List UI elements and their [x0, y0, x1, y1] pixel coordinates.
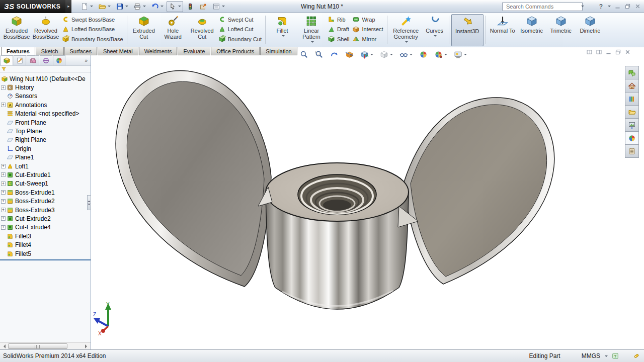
- expand-toggle[interactable]: +: [1, 225, 6, 230]
- trimetric-button[interactable]: Trimetric: [546, 14, 576, 34]
- tab-features[interactable]: Features: [1, 47, 35, 55]
- search-commands-box[interactable]: [502, 2, 583, 11]
- tree-item-top-plane[interactable]: Top Plane: [0, 127, 91, 135]
- tree-item-boss-extrude3[interactable]: +Boss-Extrude3: [0, 206, 91, 214]
- intersect-button[interactable]: Intersect: [352, 25, 383, 34]
- new-document-button[interactable]: [78, 1, 95, 12]
- wing-nut-model[interactable]: [91, 55, 644, 349]
- tree-filter-row[interactable]: [0, 66, 91, 73]
- expand-toggle[interactable]: +: [1, 164, 6, 168]
- graphics-area[interactable]: Y Z X: [91, 55, 644, 349]
- units-caret[interactable]: [605, 355, 608, 358]
- instant3d-button[interactable]: Instant3D: [451, 14, 484, 46]
- tree-item-fillet3[interactable]: Fillet3: [0, 232, 91, 240]
- open-document-button[interactable]: [96, 1, 113, 12]
- expand-toggle[interactable]: +: [1, 190, 6, 195]
- menu-flyout-arrow[interactable]: ▸: [65, 0, 71, 13]
- boundary-boss-base-button[interactable]: Boundary Boss/Base: [62, 35, 123, 43]
- select-caret[interactable]: [178, 6, 181, 9]
- undo-caret[interactable]: [160, 6, 164, 9]
- custom-properties-button[interactable]: [625, 144, 639, 158]
- scroll-left-arrow[interactable]: [2, 344, 6, 348]
- view-settings-caret[interactable]: [464, 54, 467, 57]
- options-window-button[interactable]: [210, 1, 227, 12]
- expand-toggle[interactable]: +: [1, 199, 6, 204]
- tree-item-front-plane[interactable]: Front Plane: [0, 118, 91, 127]
- view-palette-button[interactable]: [625, 118, 639, 132]
- file-properties-button[interactable]: [197, 1, 209, 12]
- reference-geometry-button[interactable]: Reference Geometry: [389, 14, 423, 44]
- extruded-boss-base-button[interactable]: Extruded Boss/Base: [2, 14, 31, 40]
- close-button[interactable]: [634, 3, 641, 10]
- solidworks-resources-button[interactable]: [625, 79, 639, 93]
- revolved-cut-button[interactable]: Revolved Cut: [188, 14, 217, 40]
- expand-toggle[interactable]: +: [1, 182, 6, 186]
- save-caret[interactable]: [125, 6, 128, 9]
- view-orientation-button[interactable]: [358, 49, 375, 60]
- restore-button[interactable]: [624, 3, 631, 10]
- hide-show-items-button[interactable]: [397, 49, 415, 60]
- fillet-button[interactable]: Fillet: [268, 14, 297, 38]
- curves-caret[interactable]: [434, 35, 437, 38]
- expand-toggle[interactable]: +: [1, 85, 6, 90]
- swept-cut-button[interactable]: Swept Cut: [218, 15, 262, 24]
- section-view-button[interactable]: [343, 49, 356, 60]
- lofted-cut-button[interactable]: Lofted Cut: [218, 25, 262, 34]
- print-button[interactable]: [131, 1, 148, 12]
- featuremanager-tab[interactable]: [1, 55, 13, 65]
- linear-pattern-caret[interactable]: [311, 41, 314, 44]
- hide-show-items-caret[interactable]: [410, 54, 413, 57]
- expand-toggle[interactable]: +: [1, 103, 6, 107]
- tree-item-cut-sweep1[interactable]: +Cut-Sweep1: [0, 179, 91, 188]
- isometric-button[interactable]: Isometric: [517, 14, 546, 34]
- open-document-caret[interactable]: [108, 6, 111, 9]
- boundary-cut-button[interactable]: Boundary Cut: [218, 35, 262, 43]
- expand-toggle[interactable]: +: [1, 208, 6, 212]
- tree-item-history[interactable]: +History: [0, 83, 91, 92]
- doc-close-button[interactable]: [624, 49, 631, 55]
- panel-splitter-handle[interactable]: [87, 195, 91, 210]
- displaymanager-tab[interactable]: [53, 55, 65, 65]
- file-explorer-button[interactable]: [625, 105, 639, 119]
- print-caret[interactable]: [143, 6, 146, 9]
- expand-toggle[interactable]: +: [1, 216, 6, 221]
- panel-tab-overflow[interactable]: »: [82, 55, 91, 65]
- revolved-boss-base-button[interactable]: Revolved Boss/Base: [31, 14, 60, 40]
- scrollbar-thumb[interactable]: [8, 343, 67, 349]
- tree-item-material-not-specified[interactable]: Material <not specified>: [0, 110, 91, 118]
- tab-simulation[interactable]: Simulation: [260, 47, 297, 55]
- lofted-boss-base-button[interactable]: Lofted Boss/Base: [62, 25, 123, 34]
- new-document-caret[interactable]: [90, 6, 93, 9]
- tree-item-cut-extrude2[interactable]: +Cut-Extrude2: [0, 214, 91, 223]
- shell-button[interactable]: Shell: [328, 35, 349, 43]
- wrap-button[interactable]: Wrap: [352, 15, 383, 24]
- expand-toggle[interactable]: +: [1, 172, 6, 177]
- tree-item-boss-extrude2[interactable]: +Boss-Extrude2: [0, 197, 91, 205]
- tree-item-origin[interactable]: Origin: [0, 144, 91, 153]
- tab-office-products[interactable]: Office Products: [211, 47, 260, 55]
- tab-surfaces[interactable]: Surfaces: [64, 47, 97, 55]
- display-style-caret[interactable]: [390, 54, 393, 57]
- appearances-scenes-button[interactable]: [625, 131, 639, 145]
- hole-wizard-button[interactable]: Hole Wizard: [158, 14, 188, 40]
- configurationmanager-tab[interactable]: [27, 55, 39, 65]
- tree-horizontal-scrollbar[interactable]: [0, 342, 91, 349]
- tab-weldments[interactable]: Weldments: [139, 47, 178, 55]
- fillet-caret[interactable]: [282, 35, 285, 38]
- swept-boss-base-button[interactable]: Swept Boss/Base: [62, 15, 123, 24]
- doc-restore-button[interactable]: [615, 49, 621, 55]
- tab-sheet-metal[interactable]: Sheet Metal: [98, 47, 138, 55]
- community-forum-button[interactable]: [625, 66, 639, 79]
- help-icon[interactable]: ?: [599, 3, 603, 10]
- apply-scene-button[interactable]: [432, 49, 449, 60]
- dimxpertmanager-tab[interactable]: [40, 55, 52, 65]
- tree-item-fillet5[interactable]: Fillet5: [0, 249, 91, 258]
- tree-item-cut-extrude1[interactable]: +Cut-Extrude1: [0, 170, 91, 179]
- linear-pattern-button[interactable]: Linear Pattern: [297, 14, 326, 44]
- dimetric-button[interactable]: Dimetric: [576, 14, 605, 34]
- view-orientation-caret[interactable]: [370, 54, 373, 57]
- tag-icon[interactable]: [633, 352, 640, 359]
- tree-item-right-plane[interactable]: Right Plane: [0, 136, 91, 144]
- tree-item-sensors[interactable]: Sensors: [0, 92, 91, 101]
- tree-item-cut-extrude4[interactable]: +Cut-Extrude4: [0, 223, 91, 232]
